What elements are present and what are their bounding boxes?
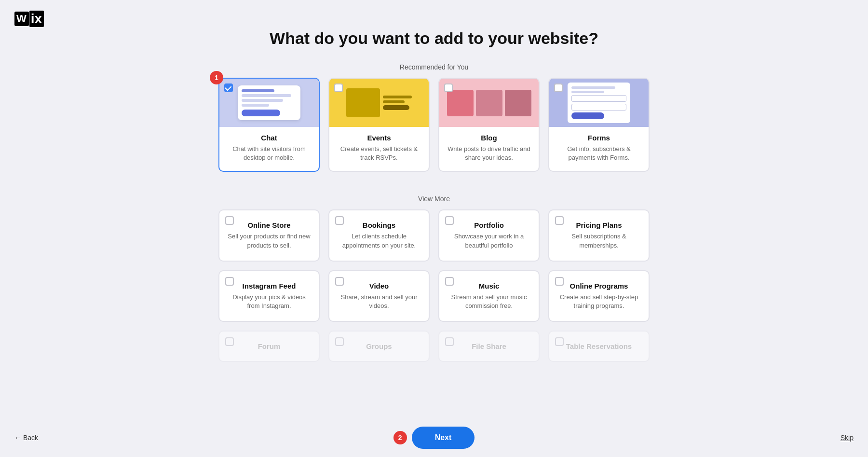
music-checkbox[interactable] <box>445 277 454 286</box>
table-reservations-title: Table Reservations <box>556 342 642 350</box>
card-table-reservations[interactable]: Table Reservations <box>548 331 650 362</box>
card-portfolio[interactable]: Portfolio Showcase your work in a beauti… <box>438 209 540 261</box>
forum-checkbox[interactable] <box>225 337 234 346</box>
pricing-plans-title: Pricing Plans <box>556 221 642 229</box>
card-events[interactable]: Events Create events, sell tickets & tra… <box>328 78 430 172</box>
forms-title: Forms <box>556 134 642 142</box>
card-pricing-plans[interactable]: Pricing Plans Sell subscriptions & membe… <box>548 209 650 261</box>
card-groups[interactable]: Groups <box>328 331 430 362</box>
events-desc: Create events, sell tickets & track RSVP… <box>336 145 422 162</box>
view-more-row2: Instagram Feed Display your pics & video… <box>218 270 650 322</box>
forms-preview <box>549 79 649 127</box>
portfolio-desc: Showcase your work in a beautiful portfo… <box>446 232 532 249</box>
bottom-center: 2 Next <box>393 427 475 449</box>
card-music[interactable]: Music Stream and sell your music commiss… <box>438 270 540 322</box>
wix-logo: Wix <box>14 11 44 27</box>
portfolio-checkbox[interactable] <box>445 216 454 225</box>
blog-checkbox[interactable] <box>444 83 453 92</box>
events-checkbox[interactable] <box>334 83 343 92</box>
card-chat[interactable]: Chat Chat with site visitors from deskto… <box>218 78 320 172</box>
music-desc: Stream and sell your music commission fr… <box>446 293 532 310</box>
bookings-desc: Let clients schedule appointments on you… <box>336 232 422 249</box>
forms-desc: Get info, subscribers & payments with Fo… <box>556 145 642 162</box>
blog-preview <box>439 79 539 127</box>
next-button[interactable]: Next <box>412 427 475 449</box>
card-file-share[interactable]: File Share <box>438 331 540 362</box>
online-store-checkbox[interactable] <box>225 216 234 225</box>
recommended-label: Recommended for You <box>400 63 468 71</box>
skip-button[interactable]: Skip <box>841 434 854 442</box>
online-programs-desc: Create and sell step-by-step training pr… <box>556 293 642 310</box>
music-title: Music <box>446 282 532 290</box>
file-share-title: File Share <box>446 342 532 350</box>
instagram-feed-checkbox[interactable] <box>225 277 234 286</box>
instagram-feed-title: Instagram Feed <box>226 282 312 290</box>
bookings-title: Bookings <box>336 221 422 229</box>
recommended-grid: Chat Chat with site visitors from deskto… <box>218 78 650 172</box>
page-title: What do you want to add to your website? <box>270 29 598 48</box>
bottom-bar: ← Back 2 Next Skip <box>0 418 868 457</box>
step2-badge: 2 <box>393 431 407 444</box>
online-programs-checkbox[interactable] <box>555 277 564 286</box>
view-more-row1: Online Store Sell your products or find … <box>218 209 650 261</box>
bookings-checkbox[interactable] <box>335 216 344 225</box>
forum-title: Forum <box>226 342 312 350</box>
view-more-label: View More <box>218 195 650 203</box>
groups-checkbox[interactable] <box>335 337 344 346</box>
card-online-store[interactable]: Online Store Sell your products or find … <box>218 209 320 261</box>
table-reservations-checkbox[interactable] <box>555 337 564 346</box>
forms-checkbox[interactable] <box>554 83 563 92</box>
pricing-plans-checkbox[interactable] <box>555 216 564 225</box>
step1-badge: 1 <box>210 71 223 84</box>
chat-checkbox[interactable] <box>224 83 233 92</box>
groups-title: Groups <box>336 342 422 350</box>
card-online-programs[interactable]: Online Programs Create and sell step-by-… <box>548 270 650 322</box>
view-more-section: View More Online Store Sell your product… <box>218 186 650 367</box>
card-instagram-feed[interactable]: Instagram Feed Display your pics & video… <box>218 270 320 322</box>
blog-title: Blog <box>446 134 532 142</box>
video-desc: Share, stream and sell your videos. <box>336 293 422 310</box>
portfolio-title: Portfolio <box>446 221 532 229</box>
chat-desc: Chat with site visitors from desktop or … <box>226 145 312 162</box>
online-programs-title: Online Programs <box>556 282 642 290</box>
card-forum[interactable]: Forum <box>218 331 320 362</box>
back-button[interactable]: ← Back <box>14 434 38 442</box>
online-store-title: Online Store <box>226 221 312 229</box>
view-more-faded-row: Forum Groups File Share Table Reservatio… <box>218 331 650 362</box>
online-store-desc: Sell your products or find new products … <box>226 232 312 249</box>
main-content: What do you want to add to your website?… <box>0 0 868 415</box>
events-preview <box>329 79 429 127</box>
card-video[interactable]: Video Share, stream and sell your videos… <box>328 270 430 322</box>
card-bookings[interactable]: Bookings Let clients schedule appointmen… <box>328 209 430 261</box>
card-blog[interactable]: Blog Write posts to drive traffic and sh… <box>438 78 540 172</box>
video-title: Video <box>336 282 422 290</box>
chat-title: Chat <box>226 134 312 142</box>
blog-desc: Write posts to drive traffic and share y… <box>446 145 532 162</box>
instagram-feed-desc: Display your pics & videos from Instagra… <box>226 293 312 310</box>
pricing-plans-desc: Sell subscriptions & memberships. <box>556 232 642 249</box>
file-share-checkbox[interactable] <box>445 337 454 346</box>
card-forms[interactable]: Forms Get info, subscribers & payments w… <box>548 78 650 172</box>
events-title: Events <box>336 134 422 142</box>
chat-preview <box>219 79 319 127</box>
video-checkbox[interactable] <box>335 277 344 286</box>
